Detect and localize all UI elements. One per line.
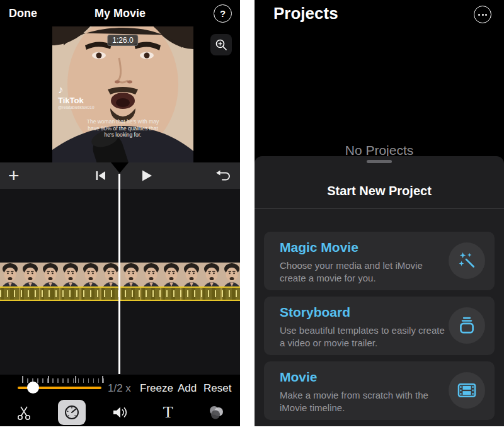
- timeline-area[interactable]: [0, 189, 240, 375]
- sheet-divider: [255, 208, 504, 209]
- speed-value-label: 1/2 x: [108, 382, 131, 395]
- magic-wand-icon: [457, 251, 477, 271]
- ellipsis-icon: [485, 14, 487, 16]
- storyboard-icon: [457, 315, 477, 336]
- option-icon-circle: [449, 242, 485, 279]
- projects-screen: Projects No Projects Start New Project M…: [255, 0, 504, 426]
- option-title: Storyboard: [280, 305, 350, 320]
- trim-tool-button[interactable]: [10, 400, 38, 425]
- filters-icon: [207, 404, 225, 421]
- option-description: Choose your media and let iMovie create …: [280, 259, 445, 285]
- ruler-major-tick: [22, 376, 23, 383]
- speed-tool-button[interactable]: [58, 400, 86, 425]
- sheet-grabber-handle[interactable]: [367, 160, 392, 163]
- tiktok-logo-text: TikTok: [58, 96, 94, 105]
- volume-tool-button[interactable]: [106, 400, 134, 425]
- help-button[interactable]: ?: [214, 4, 232, 23]
- text-icon: T: [163, 403, 173, 422]
- audio-waveform-strip[interactable]: [0, 286, 240, 301]
- caption-line: The woman that he's with may: [52, 118, 193, 125]
- question-icon: ?: [220, 8, 226, 19]
- option-title: Magic Movie: [280, 240, 358, 255]
- filters-tool-button[interactable]: [202, 400, 230, 425]
- edit-toolbar: T: [0, 399, 240, 426]
- waveform-ticks: [0, 290, 240, 297]
- volume-icon: [111, 404, 129, 421]
- option-title: Movie: [280, 370, 318, 385]
- freeze-button[interactable]: Freeze: [140, 382, 173, 395]
- projects-page-title: Projects: [273, 4, 338, 23]
- ruler-major-tick: [75, 376, 76, 383]
- scissors-icon: [16, 404, 32, 421]
- playhead-notch: [111, 162, 129, 173]
- caption-line: have 90% of the qualities that: [52, 125, 193, 132]
- speed-slider-thumb[interactable]: [27, 382, 39, 394]
- play-button[interactable]: [139, 168, 154, 183]
- text-tool-button[interactable]: T: [154, 400, 182, 425]
- film-icon: [456, 380, 478, 401]
- video-frame[interactable]: ♪ TikTok @relatabletiktok010 The woman t…: [52, 26, 193, 162]
- start-new-project-sheet: Start New Project Magic Movie Choose you…: [255, 156, 504, 426]
- speed-panel: 1/2 x Freeze Add Reset: [0, 375, 240, 426]
- playhead-line: [118, 174, 120, 374]
- more-options-button[interactable]: [474, 6, 491, 23]
- sheet-title: Start New Project: [255, 184, 504, 198]
- undo-button[interactable]: [215, 168, 231, 183]
- option-description: Use beautiful templates to easily create…: [280, 324, 445, 349]
- project-title: My Movie: [0, 7, 240, 20]
- ellipsis-icon: [478, 14, 480, 16]
- project-options-list: Magic Movie Choose your media and let iM…: [264, 232, 495, 426]
- video-caption: The woman that he's with may have 90% of…: [52, 118, 193, 139]
- option-icon-circle: [449, 307, 485, 344]
- ruler-major-tick: [48, 376, 49, 383]
- tiktok-watermark: ♪ TikTok @relatabletiktok010: [58, 84, 94, 110]
- add-button[interactable]: Add: [178, 382, 197, 395]
- imovie-editor-screen: Done My Movie ?: [0, 0, 240, 426]
- zoom-button[interactable]: [210, 34, 232, 55]
- timestamp-badge: 1:26.0: [107, 35, 138, 46]
- add-media-button[interactable]: +: [8, 165, 20, 186]
- option-movie[interactable]: Movie Make a movie from scratch with the…: [264, 361, 495, 420]
- option-description: Make a movie from scratch with the iMovi…: [280, 389, 445, 414]
- option-icon-circle: [449, 372, 485, 409]
- reset-button[interactable]: Reset: [203, 382, 231, 395]
- video-preview-area: ♪ TikTok @relatabletiktok010 The woman t…: [0, 26, 240, 162]
- ellipsis-icon: [482, 14, 484, 16]
- skip-to-start-button[interactable]: [93, 168, 108, 183]
- tiktok-note-icon: ♪: [58, 84, 94, 96]
- caption-line: he's looking for.: [52, 132, 193, 139]
- option-magic-movie[interactable]: Magic Movie Choose your media and let iM…: [264, 232, 495, 290]
- magnifier-plus-icon: [215, 38, 227, 51]
- editor-navbar: Done My Movie ?: [0, 0, 240, 26]
- ruler-major-tick: [102, 376, 103, 383]
- option-storyboard[interactable]: Storyboard Use beautiful templates to ea…: [264, 297, 495, 355]
- tiktok-handle: @relatabletiktok010: [58, 105, 94, 110]
- speedometer-icon: [63, 404, 81, 421]
